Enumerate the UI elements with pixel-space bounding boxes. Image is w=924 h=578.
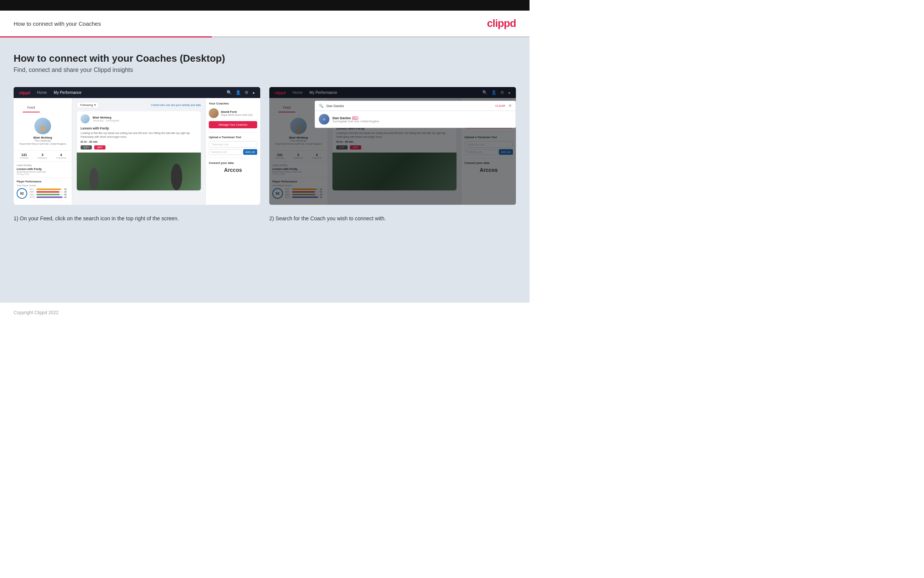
lesson-date: 03 Aug 2022 xyxy=(17,173,69,175)
main-content: How to connect with your Coaches (Deskto… xyxy=(0,37,529,302)
post-actions: OTT APP xyxy=(81,145,197,149)
result-avatar-initial: D xyxy=(323,118,325,121)
bar-arg-fill xyxy=(36,194,60,195)
perf-title: Player Performance xyxy=(17,180,69,183)
post-header: Blair McHarg Yesterday · Sunningdale xyxy=(77,111,201,127)
main-title: How to connect with your Coaches (Deskto… xyxy=(14,53,516,64)
bar-arg: ARG 86 xyxy=(29,193,69,196)
app-main-feed: Following ▾ Control who can see your act… xyxy=(72,98,206,205)
step-2-text: 2) Search for the Coach you wish to conn… xyxy=(269,214,516,222)
step-1-text: 1) On your Feed, click on the search ico… xyxy=(14,214,260,222)
post-avatar xyxy=(81,114,90,123)
profile-avatar xyxy=(34,118,51,135)
bar-arg-label: ARG xyxy=(29,193,36,196)
manage-coaches-button[interactable]: Manage Your Coaches xyxy=(209,121,257,128)
bar-ott-label: OTT xyxy=(29,188,36,190)
screenshot-frame-2: clippd Home My Performance 🔍 👤 ⚙ ● 🔍 xyxy=(269,87,516,205)
result-name: Dan Davies Pro xyxy=(332,116,379,120)
post-duration: 01 hr : 30 min xyxy=(81,140,197,143)
post-author: Blair McHarg xyxy=(93,116,119,119)
profile-icon[interactable]: ● xyxy=(252,91,255,95)
page-title: How to connect with your Coaches xyxy=(14,20,101,27)
footer: Copyright Clippd 2022 xyxy=(0,302,529,322)
bar-arg-val: 86 xyxy=(64,193,69,196)
post-info: Blair McHarg Yesterday · Sunningdale xyxy=(93,116,119,122)
following-label: Following xyxy=(57,157,66,159)
post-body: Lesson with Fordy Looking to feel like m… xyxy=(77,127,201,153)
followers-count: 3 xyxy=(37,153,47,157)
following-label: Following xyxy=(80,103,93,107)
search-result: D Dan Davies Pro Sunningdale Golf Club, … xyxy=(315,111,516,128)
profile-sub: Plus Handicap xyxy=(35,139,51,142)
search-input-display[interactable]: Dan Davies xyxy=(327,104,492,108)
following-count: 4 xyxy=(57,153,66,157)
trackman-placeholder: Trackman Link xyxy=(209,141,257,148)
profile-name: Blair McHarg xyxy=(33,136,52,139)
coaches-title: Your Coaches xyxy=(209,102,257,105)
app-sidebar-1: Feed Blair McHarg Plus Handicap Royal No… xyxy=(14,98,72,205)
settings-icon[interactable]: ⚙ xyxy=(245,90,249,95)
ott-button[interactable]: OTT xyxy=(81,145,92,149)
stat-following: 4 Following xyxy=(57,153,66,159)
app-right-panel: Your Coaches David Ford Royal North Devo… xyxy=(206,98,260,205)
lesson-title: Lesson with Fordy xyxy=(17,167,69,171)
bar-putt-fill xyxy=(36,196,62,198)
quality-row: 92 OTT 90 xyxy=(17,188,69,199)
step-2-description: 2) Search for the Coach you wish to conn… xyxy=(269,212,516,226)
search-overlay: 🔍 Dan Davies CLEAR ✕ D Dan Davies Pro xyxy=(315,101,516,128)
post-image xyxy=(77,153,201,190)
followers-label: Followers xyxy=(37,157,47,159)
bar-arg-track xyxy=(36,194,63,195)
bar-app-label: APP xyxy=(29,191,36,193)
stat-activities: 131 Activities xyxy=(19,153,29,159)
close-search-button[interactable]: ✕ xyxy=(508,103,512,108)
trackman-section: Upload a Trackman Test Trackman Link Tra… xyxy=(209,132,257,155)
total-quality-label: Total Player Quality xyxy=(17,184,69,187)
trackman-input-small[interactable]: Trackman Link xyxy=(209,149,242,155)
result-info: Dan Davies Pro Sunningdale Golf Club, Un… xyxy=(332,116,379,123)
add-link-button[interactable]: Add Link xyxy=(243,149,257,155)
bar-putt-label: PUTT xyxy=(29,196,36,198)
chevron-down-icon: ▾ xyxy=(94,103,96,107)
quality-bars: OTT 90 APP xyxy=(29,188,69,199)
bar-app-track xyxy=(36,191,63,193)
app-logo-1: clippd xyxy=(19,91,30,95)
latest-activity-label: Latest Activity xyxy=(17,164,69,167)
post-title: Lesson with Fordy xyxy=(81,127,197,130)
bar-ott-track xyxy=(36,188,63,190)
coach-avatar xyxy=(209,108,218,118)
app-button[interactable]: APP xyxy=(94,145,105,149)
nav-home: Home xyxy=(37,91,47,95)
user-icon[interactable]: 👤 xyxy=(236,90,241,95)
post-card: Blair McHarg Yesterday · Sunningdale Les… xyxy=(77,111,201,190)
feed-tab[interactable]: Feed xyxy=(23,103,40,112)
nav-my-performance: My Performance xyxy=(54,91,81,95)
clear-button[interactable]: CLEAR xyxy=(495,104,505,107)
bar-ott-val: 90 xyxy=(64,188,69,190)
app-navbar-1: clippd Home My Performance 🔍 👤 ⚙ ● xyxy=(14,87,260,98)
golf-figure xyxy=(171,164,182,190)
main-subtitle: Find, connect and share your Clippd insi… xyxy=(14,67,516,73)
following-row: Following ▾ Control who can see your act… xyxy=(77,102,201,108)
player-performance: Player Performance Total Player Quality … xyxy=(14,177,72,201)
latest-activity-section: Latest Activity Lesson with Fordy Royal … xyxy=(14,161,72,177)
search-icon[interactable]: 🔍 xyxy=(227,90,232,95)
activities-count: 131 xyxy=(19,153,29,157)
post-text: Looking to feel like my hands are exitin… xyxy=(81,132,197,139)
trackman-title: Upload a Trackman Test xyxy=(209,135,257,139)
connect-section: Connect your data Arccos xyxy=(209,158,257,173)
golf-figure-2 xyxy=(89,168,99,190)
screenshot-frame-1: clippd Home My Performance 🔍 👤 ⚙ ● xyxy=(14,87,260,205)
screenshots-container: clippd Home My Performance 🔍 👤 ⚙ ● xyxy=(14,87,516,226)
following-button[interactable]: Following ▾ xyxy=(77,102,99,108)
app-content-1: Feed Blair McHarg Plus Handicap Royal No… xyxy=(14,98,260,205)
arccos-logo: Arccos xyxy=(209,167,257,173)
clippd-logo: clippd xyxy=(487,18,516,29)
step-1-description: 1) On your Feed, click on the search ico… xyxy=(14,212,260,226)
control-link[interactable]: Control who can see your activity and da… xyxy=(151,104,201,106)
header: How to connect with your Coaches clippd xyxy=(0,11,529,36)
result-avatar: D xyxy=(319,114,329,125)
top-bar xyxy=(0,0,529,11)
stat-followers: 3 Followers xyxy=(37,153,47,159)
post-meta: Yesterday · Sunningdale xyxy=(93,119,119,122)
